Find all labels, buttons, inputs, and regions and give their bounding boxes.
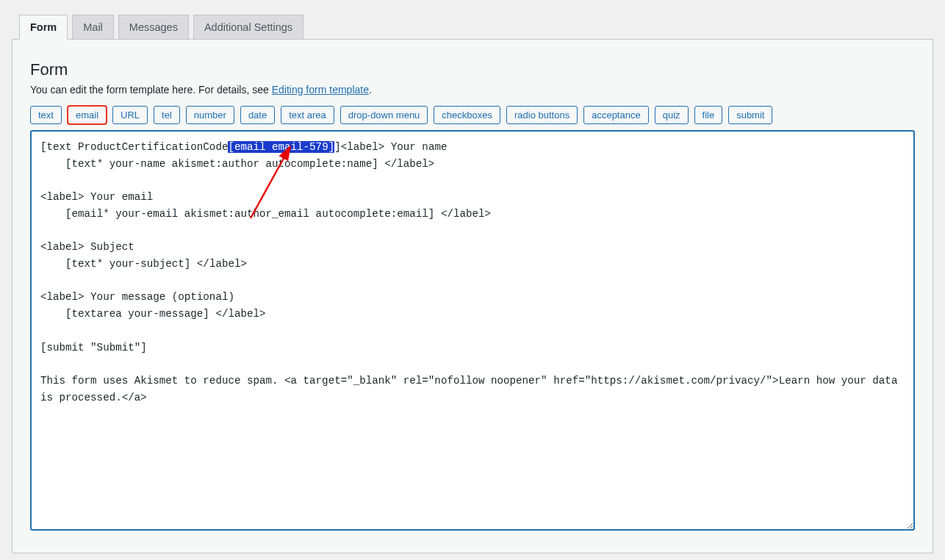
tag-button-text-area[interactable]: text area [281,106,334,124]
tab-messages[interactable]: Messages [118,15,189,40]
tag-button-quiz[interactable]: quiz [655,106,689,124]
form-panel: Form You can edit the form template here… [12,39,933,553]
form-template-editor[interactable]: [text ProductCertificationCode[email ema… [30,130,915,531]
section-description: You can edit the form template here. For… [30,84,915,96]
tag-button-text[interactable]: text [30,106,62,124]
tag-button-submit[interactable]: submit [728,106,772,124]
description-suffix: . [369,84,372,96]
tag-button-number[interactable]: number [186,106,234,124]
tag-button-file[interactable]: file [694,106,723,124]
editing-template-link[interactable]: Editing form template [272,84,369,96]
tag-button-date[interactable]: date [240,106,275,124]
section-title: Form [30,60,915,79]
tag-button-drop-down-menu[interactable]: drop-down menu [340,106,428,124]
tab-additional-settings[interactable]: Additional Settings [193,15,303,40]
tag-button-url[interactable]: URL [112,106,148,124]
tag-button-acceptance[interactable]: acceptance [583,106,649,124]
tag-button-checkboxes[interactable]: checkboxes [434,106,500,124]
tag-generator-row: textemailURLtelnumberdatetext areadrop-d… [30,106,915,124]
tag-button-tel[interactable]: tel [154,106,180,124]
tab-form[interactable]: Form [19,15,68,40]
inserted-email-tag-selection: [email email-579] [228,141,334,153]
description-prefix: You can edit the form template here. For… [30,84,272,96]
tab-mail[interactable]: Mail [72,15,114,40]
tag-button-email[interactable]: email [68,106,107,124]
tab-bar: FormMailMessagesAdditional Settings [19,15,933,40]
form-editor-wrap: [text ProductCertificationCode[email ema… [30,130,915,531]
tag-button-radio-buttons[interactable]: radio buttons [506,106,578,124]
